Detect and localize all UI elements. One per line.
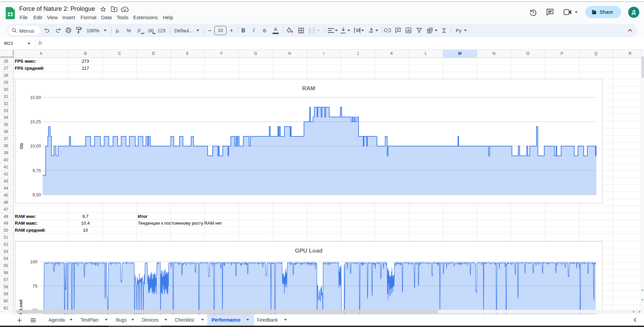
svg-text:10,00: 10,00 xyxy=(30,143,41,149)
svg-text:10,50: 10,50 xyxy=(30,95,41,100)
svg-text:GPU Load: GPU Load xyxy=(295,248,323,254)
svg-text:9,50: 9,50 xyxy=(32,192,41,197)
svg-text:A: A xyxy=(370,28,372,31)
svg-text:RAM: RAM xyxy=(302,85,315,92)
svg-text:9,75: 9,75 xyxy=(32,168,41,173)
svg-text:100: 100 xyxy=(30,259,37,264)
svg-text:Gb: Gb xyxy=(19,143,24,149)
svg-text:10,25: 10,25 xyxy=(30,119,41,124)
svg-text:75: 75 xyxy=(33,284,37,289)
